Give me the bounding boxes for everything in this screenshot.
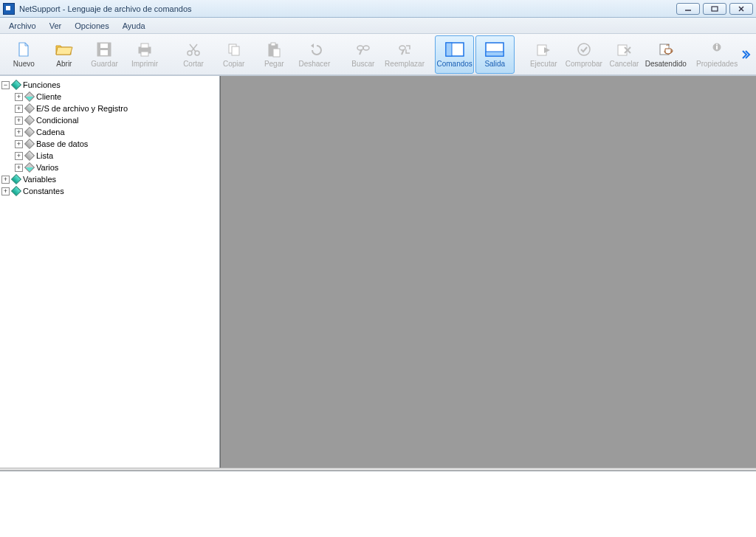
buscar-icon <box>353 41 374 58</box>
desatendido-icon <box>656 41 676 58</box>
tree-expander[interactable]: + <box>15 140 23 148</box>
tool-label: Copiar <box>223 60 244 68</box>
tool-label: Guardar <box>91 60 118 68</box>
tree-glyph-icon <box>24 150 35 161</box>
sidebar-tree[interactable]: −Funciones+Cliente+E/S de archivo y Regi… <box>0 76 220 468</box>
tool-label: Abrir <box>56 60 72 68</box>
main-area: −Funciones+Cliente+E/S de archivo y Regi… <box>0 75 756 468</box>
tool-deshacer: Deshacer <box>295 35 334 74</box>
tool-label: Reemplazar <box>385 60 425 68</box>
tool-comandos[interactable]: Comandos <box>435 35 474 74</box>
minimize-button[interactable] <box>676 3 700 15</box>
svg-rect-1 <box>712 7 718 11</box>
toolbar-overflow-button[interactable] <box>739 35 752 74</box>
tree-node[interactable]: +Cadena <box>15 126 218 138</box>
svg-rect-9 <box>141 52 148 56</box>
tree-expander[interactable]: + <box>1 187 10 195</box>
toolbar: NuevoAbrirGuardarImprimirCortarCopiarPeg… <box>0 34 756 75</box>
menubar: Archivo Ver Opciones Ayuda <box>0 18 756 34</box>
window-title: NetSupport - Lenguaje de archivo de coma… <box>19 4 673 13</box>
tool-label: Cortar <box>183 60 204 68</box>
tool-buscar: Buscar <box>344 35 383 74</box>
tree-expander[interactable]: + <box>15 152 23 160</box>
nuevo-icon <box>13 41 34 58</box>
tree-label: Condicional <box>36 116 78 125</box>
tool-label: Nuevo <box>13 60 35 68</box>
tree-glyph-icon <box>24 115 35 125</box>
tree-expander[interactable]: + <box>15 93 23 101</box>
editor-area[interactable] <box>220 76 756 468</box>
tool-copiar: Copiar <box>214 35 253 74</box>
tool-comprobar: Comprobar <box>565 35 604 74</box>
menu-archivo[interactable]: Archivo <box>3 20 42 32</box>
tool-label: Pegar <box>264 60 284 68</box>
close-button[interactable] <box>729 3 753 15</box>
tool-label: Comandos <box>437 60 472 68</box>
cortar-icon <box>183 41 204 58</box>
tool-label: Imprimir <box>131 60 158 68</box>
svg-rect-31 <box>618 45 627 55</box>
tool-imprimir: Imprimir <box>126 35 165 74</box>
tree-glyph-icon <box>24 103 35 114</box>
svg-rect-37 <box>716 46 718 49</box>
tree-label: Variables <box>23 175 56 184</box>
tool-label: Desatendido <box>645 60 687 68</box>
tree-label: Cadena <box>36 128 65 136</box>
tree-node[interactable]: +Variables <box>1 173 218 185</box>
tree-glyph-icon <box>24 91 35 102</box>
reemplazar-icon <box>394 41 415 58</box>
propiedades-icon <box>707 41 727 58</box>
tree-node[interactable]: +Lista <box>15 150 218 162</box>
tree-glyph-icon <box>24 127 35 137</box>
output-panel[interactable] <box>0 471 756 537</box>
tool-label: Salida <box>484 60 505 68</box>
tree-glyph-icon <box>11 186 21 196</box>
menu-opciones[interactable]: Opciones <box>69 20 114 32</box>
tree-expander[interactable]: + <box>15 105 23 113</box>
tree-expander[interactable]: + <box>15 117 23 125</box>
tree-glyph-icon <box>24 139 35 149</box>
tree-node[interactable]: +Constantes <box>1 185 218 197</box>
tree-expander[interactable]: + <box>15 164 23 172</box>
imprimir-icon <box>134 41 155 58</box>
comprobar-icon <box>574 41 594 58</box>
tool-desatendido[interactable]: Desatendido <box>645 35 687 74</box>
tree-expander[interactable]: − <box>1 81 10 89</box>
menu-ayuda[interactable]: Ayuda <box>117 20 151 32</box>
tree-node[interactable]: +Cliente <box>15 91 218 103</box>
svg-rect-6 <box>100 50 108 55</box>
svg-rect-26 <box>446 43 452 56</box>
tool-abrir[interactable]: Abrir <box>45 35 84 74</box>
tool-cancelar: Cancelar <box>605 35 644 74</box>
tool-nuevo[interactable]: Nuevo <box>4 35 44 74</box>
svg-rect-28 <box>486 52 504 56</box>
tree-node-funciones[interactable]: −Funciones <box>1 79 218 91</box>
tool-salida[interactable]: Salida <box>475 35 515 74</box>
tool-propiedades: Propiedades <box>696 35 738 74</box>
menu-ver[interactable]: Ver <box>44 20 68 32</box>
tree-glyph-icon <box>24 162 35 173</box>
maximize-button[interactable] <box>703 3 726 15</box>
tree-expander[interactable]: + <box>15 128 23 136</box>
svg-rect-18 <box>273 49 280 57</box>
tree-node[interactable]: +Base de datos <box>15 138 218 150</box>
tree-node[interactable]: +E/S de archivo y Registro <box>15 103 218 114</box>
guardar-icon <box>94 41 114 58</box>
tool-label: Ejecutar <box>530 60 557 68</box>
tree-expander[interactable]: + <box>1 176 10 184</box>
tool-cortar: Cortar <box>174 35 213 74</box>
pegar-icon <box>264 41 284 58</box>
svg-rect-17 <box>271 43 275 46</box>
tree-node[interactable]: +Varios <box>15 162 218 173</box>
svg-point-23 <box>399 46 405 50</box>
svg-rect-5 <box>100 44 108 48</box>
tool-label: Propiedades <box>696 60 738 68</box>
cancelar-icon <box>614 41 634 58</box>
tool-ejecutar: Ejecutar <box>524 35 563 74</box>
app-icon <box>3 3 15 15</box>
tree-glyph-icon <box>11 174 21 184</box>
tool-label: Buscar <box>351 60 374 68</box>
comandos-icon <box>444 41 465 58</box>
tree-node[interactable]: +Condicional <box>15 114 218 126</box>
svg-rect-8 <box>141 44 148 48</box>
